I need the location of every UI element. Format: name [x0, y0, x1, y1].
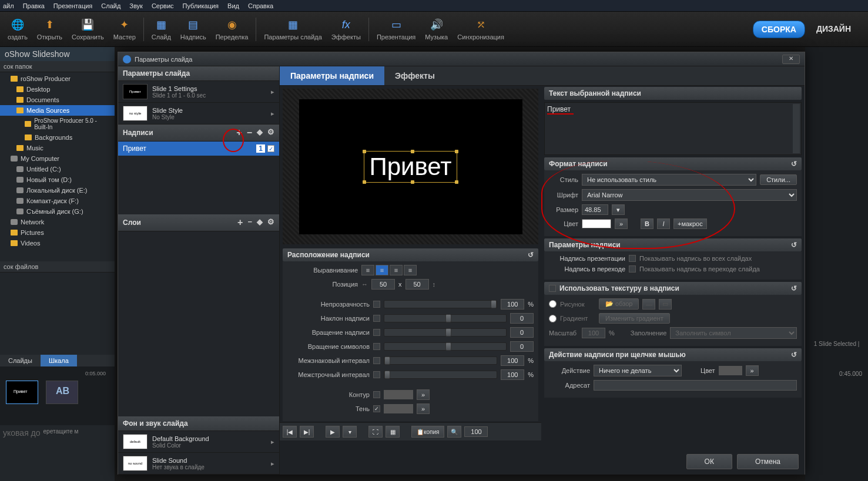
char-spacing-checkbox[interactable] — [373, 357, 380, 364]
reset-format-button[interactable]: ↺ — [791, 160, 797, 168]
tree-item[interactable]: Съёмный диск (G:) — [0, 206, 115, 217]
ok-button[interactable]: ОК — [686, 454, 732, 469]
timeline[interactable]: 0:05.000 Привет AB — [0, 366, 115, 425]
add-layer-button[interactable]: + — [237, 217, 243, 228]
texture-gradient-radio[interactable] — [549, 315, 557, 322]
tree-item[interactable]: Documents — [0, 95, 115, 105]
line-spacing-input[interactable] — [501, 369, 524, 380]
caption-list-item[interactable]: Привет 1 ✓ — [118, 142, 279, 156]
sound-row[interactable]: no sound Slide SoundНет звука в слайде ▸ — [118, 453, 279, 475]
global-caption-checkbox[interactable] — [629, 255, 636, 262]
grid-button[interactable]: ▦ — [386, 426, 400, 438]
align-left-button[interactable]: ≡ — [361, 265, 374, 275]
remove-caption-button[interactable]: − — [247, 127, 252, 138]
slide-settings-row[interactable]: Привет Slide 1 SettingsSlide 1 of 1 - 6.… — [118, 81, 279, 103]
play-button[interactable]: ▶ — [326, 426, 340, 438]
close-button[interactable]: ✕ — [782, 55, 800, 64]
italic-button[interactable]: I — [657, 218, 670, 229]
mode-build[interactable]: СБОРКА — [753, 21, 805, 38]
menu-presentation[interactable]: Презентация — [53, 2, 92, 9]
timeline-slide[interactable]: Привет — [6, 381, 38, 404]
styles-button[interactable]: Стили... — [760, 174, 797, 185]
next-slide-button[interactable]: ▶| — [300, 426, 314, 438]
caption-visible-checkbox[interactable]: ✓ — [267, 145, 274, 152]
texture-edit-button[interactable]: ▭ — [659, 299, 672, 310]
tree-item[interactable]: Новый том (D:) — [0, 174, 115, 185]
rotation-input[interactable] — [510, 327, 534, 338]
cancel-button[interactable]: Отмена — [737, 454, 799, 469]
rotation-slider[interactable] — [384, 328, 507, 337]
zoom-input[interactable] — [464, 426, 488, 437]
color-swatch[interactable] — [582, 219, 611, 228]
gradient-button[interactable]: Изменить градиент — [599, 313, 670, 324]
macros-button[interactable]: + макрос — [673, 218, 707, 229]
browse-button[interactable]: 📂 обзор — [599, 298, 639, 310]
tool-slide-options[interactable]: ▦Параметры слайда — [259, 15, 326, 43]
background-row[interactable]: default Default BackgroundSolid Color ▸ — [118, 431, 279, 453]
tool-sync[interactable]: ⤱Синхронизация — [453, 15, 509, 43]
zoom-button[interactable]: 🔍 — [447, 426, 461, 438]
opacity-checkbox[interactable] — [373, 301, 380, 308]
color-more-button[interactable]: » — [615, 218, 628, 229]
char-rotation-checkbox[interactable] — [373, 343, 380, 350]
action-color[interactable] — [719, 366, 742, 375]
outline-checkbox[interactable] — [373, 391, 380, 398]
tree-item[interactable]: Videos — [0, 238, 115, 248]
caption-text-input[interactable]: Привет — [544, 102, 802, 155]
tab-effects[interactable]: Эффекты — [384, 66, 445, 85]
outline-more-button[interactable]: » — [417, 389, 430, 400]
menu-slide[interactable]: Слайд — [101, 2, 120, 9]
preview-caption[interactable]: Привет — [364, 151, 457, 183]
preview-area[interactable]: Привет — [283, 89, 538, 244]
reset-action-button[interactable]: ↺ — [791, 351, 797, 359]
skew-input[interactable] — [510, 313, 534, 324]
play-dropdown[interactable]: ▾ — [343, 426, 357, 438]
font-select[interactable]: Arial Narrow — [582, 189, 797, 201]
tool-wizard[interactable]: ✦Мастер — [109, 15, 140, 43]
rotation-checkbox[interactable] — [373, 329, 380, 336]
texture-scale-input[interactable] — [582, 328, 605, 338]
fullscreen-button[interactable]: ⛶ — [368, 426, 383, 438]
remove-layer-button[interactable]: − — [247, 217, 252, 228]
opacity-input[interactable] — [501, 299, 524, 310]
scrollbar[interactable] — [793, 104, 800, 153]
action-color-more[interactable]: » — [746, 365, 759, 376]
shadow-checkbox[interactable]: ✓ — [373, 405, 380, 412]
shadow-color[interactable] — [384, 404, 413, 413]
size-dropdown[interactable]: ▾ — [612, 204, 625, 215]
action-select[interactable]: Ничего не делать — [594, 365, 682, 376]
move-layer-button[interactable]: ◆ — [257, 217, 263, 228]
tree-item[interactable]: Network — [0, 217, 115, 227]
tool-effects[interactable]: fxЭффекты — [327, 15, 366, 43]
opacity-slider[interactable] — [384, 300, 497, 308]
menu-publish[interactable]: Публикация — [183, 2, 219, 9]
shadow-more-button[interactable]: » — [417, 403, 430, 414]
position-y-input[interactable] — [405, 279, 429, 290]
tool-open[interactable]: ⬆Открыть — [32, 15, 67, 43]
line-spacing-checkbox[interactable] — [373, 371, 380, 378]
size-input[interactable] — [582, 204, 608, 215]
tool-add-slide[interactable]: ▦Слайд — [147, 15, 176, 43]
texture-image-radio[interactable] — [549, 300, 557, 308]
tree-item[interactable]: ProShow Producer 5.0 - Built-In — [0, 116, 115, 132]
add-caption-button[interactable]: + — [236, 127, 242, 138]
prev-slide-button[interactable]: |◀ — [283, 426, 297, 438]
line-spacing-slider[interactable] — [384, 371, 497, 379]
tool-music[interactable]: 🔊Музыка — [420, 15, 453, 43]
tool-caption[interactable]: ▤Надпись — [176, 15, 211, 43]
align-right-button[interactable]: ≡ — [390, 265, 403, 275]
style-select[interactable]: Не использовать стиль — [582, 174, 756, 186]
destination-input[interactable] — [594, 380, 797, 391]
dialog-titlebar[interactable]: Параметры слайда ✕ — [118, 52, 805, 66]
timeline-transition[interactable]: AB — [46, 381, 78, 404]
position-x-input[interactable] — [371, 279, 395, 290]
char-rotation-input[interactable] — [510, 341, 534, 352]
tab-scale[interactable]: Шкала — [41, 355, 77, 366]
reset-position-button[interactable]: ↺ — [528, 251, 534, 259]
char-rotation-slider[interactable] — [384, 342, 507, 351]
align-center-button[interactable]: ≡ — [376, 265, 388, 275]
tool-new[interactable]: 🌐оздать — [3, 15, 32, 43]
tree-item[interactable]: My Computer — [0, 153, 115, 164]
reset-caption-params-button[interactable]: ↺ — [791, 241, 797, 249]
caption-settings-button[interactable]: ⚙ — [267, 127, 274, 138]
